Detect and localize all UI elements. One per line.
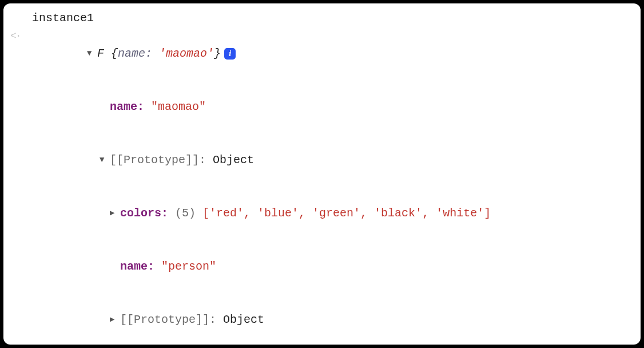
expression-row: instance1 bbox=[10, 9, 634, 27]
brace-close: } bbox=[214, 47, 221, 60]
summary-key: name: bbox=[118, 47, 152, 60]
result-summary-row[interactable]: <· ▼F {name: 'maomao'}i bbox=[10, 27, 634, 80]
prototype-label: [[Prototype]] bbox=[110, 153, 199, 167]
property-value: "person" bbox=[161, 260, 216, 273]
disclose-expanded-icon[interactable]: ▼ bbox=[100, 154, 110, 167]
prototype-row[interactable]: ▼[[Prototype]]: Object bbox=[10, 133, 634, 187]
expression-text: instance1 bbox=[32, 9, 634, 27]
console-panel: instance1 <· ▼F {name: 'maomao'}i ▶name:… bbox=[3, 3, 641, 345]
disclose-collapsed-icon[interactable]: ▶ bbox=[110, 314, 120, 326]
property-key: name bbox=[110, 100, 137, 113]
array-count: (5) bbox=[175, 207, 202, 220]
prototype-value: Object bbox=[213, 153, 254, 167]
property-key: colors bbox=[120, 207, 161, 220]
info-icon[interactable]: i bbox=[224, 48, 236, 60]
nested-prototype-row[interactable]: ▶[[Prototype]]: Object bbox=[10, 293, 634, 345]
colors-row[interactable]: ▶colors: (5) ['red', 'blue', 'green', 'b… bbox=[10, 187, 634, 240]
gutter-returned-icon: <· bbox=[10, 29, 32, 45]
disclose-collapsed-icon[interactable]: ▶ bbox=[110, 207, 120, 220]
console-entry-1: instance1 <· ▼F {name: 'maomao'}i ▶name:… bbox=[10, 9, 634, 345]
constructor-name: F bbox=[97, 47, 104, 60]
brace-open: { bbox=[104, 47, 118, 60]
property-row[interactable]: ▶name: "maomao" bbox=[10, 80, 634, 133]
disclose-expanded-icon[interactable]: ▼ bbox=[87, 48, 97, 60]
prototype-label: [[Prototype]] bbox=[120, 313, 209, 326]
property-value: "maomao" bbox=[151, 100, 206, 113]
property-key: name bbox=[120, 260, 148, 273]
prototype-value: Object bbox=[223, 313, 264, 326]
proto-name-row[interactable]: ▶name: "person" bbox=[10, 240, 634, 293]
array-values: ['red', 'blue', 'green', 'black', 'white… bbox=[202, 207, 491, 220]
summary-value: 'maomao' bbox=[159, 47, 214, 60]
